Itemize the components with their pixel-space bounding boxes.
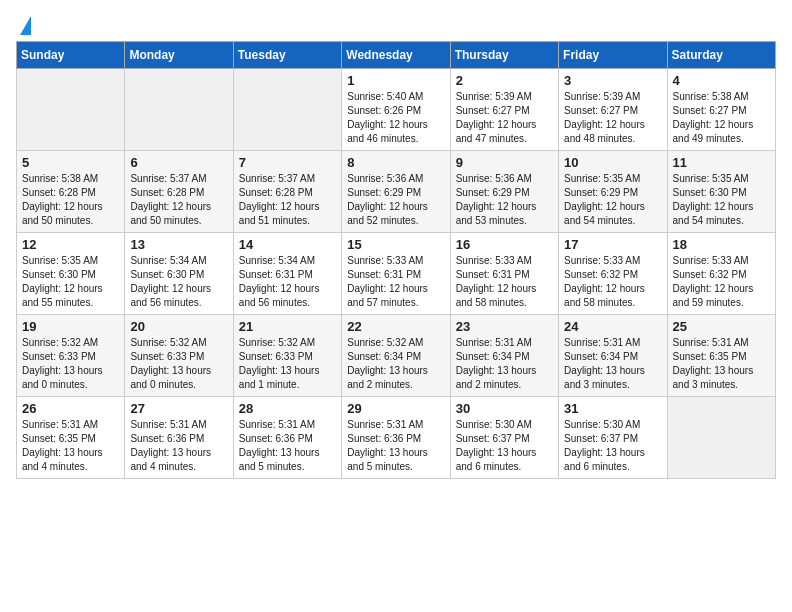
day-number: 18 — [673, 237, 770, 252]
calendar-week-row: 5Sunrise: 5:38 AM Sunset: 6:28 PM Daylig… — [17, 151, 776, 233]
day-info: Sunrise: 5:40 AM Sunset: 6:26 PM Dayligh… — [347, 90, 444, 146]
day-info: Sunrise: 5:34 AM Sunset: 6:30 PM Dayligh… — [130, 254, 227, 310]
calendar-week-row: 12Sunrise: 5:35 AM Sunset: 6:30 PM Dayli… — [17, 233, 776, 315]
calendar-cell: 23Sunrise: 5:31 AM Sunset: 6:34 PM Dayli… — [450, 315, 558, 397]
day-number: 19 — [22, 319, 119, 334]
calendar-cell: 31Sunrise: 5:30 AM Sunset: 6:37 PM Dayli… — [559, 397, 667, 479]
calendar-cell: 30Sunrise: 5:30 AM Sunset: 6:37 PM Dayli… — [450, 397, 558, 479]
calendar-cell — [667, 397, 775, 479]
day-number: 12 — [22, 237, 119, 252]
day-number: 15 — [347, 237, 444, 252]
calendar-cell: 27Sunrise: 5:31 AM Sunset: 6:36 PM Dayli… — [125, 397, 233, 479]
day-info: Sunrise: 5:33 AM Sunset: 6:32 PM Dayligh… — [673, 254, 770, 310]
day-number: 9 — [456, 155, 553, 170]
day-number: 14 — [239, 237, 336, 252]
day-header-sunday: Sunday — [17, 42, 125, 69]
day-number: 22 — [347, 319, 444, 334]
page-header — [16, 16, 776, 31]
calendar-week-row: 26Sunrise: 5:31 AM Sunset: 6:35 PM Dayli… — [17, 397, 776, 479]
calendar-cell: 21Sunrise: 5:32 AM Sunset: 6:33 PM Dayli… — [233, 315, 341, 397]
calendar-week-row: 1Sunrise: 5:40 AM Sunset: 6:26 PM Daylig… — [17, 69, 776, 151]
day-info: Sunrise: 5:39 AM Sunset: 6:27 PM Dayligh… — [564, 90, 661, 146]
day-info: Sunrise: 5:39 AM Sunset: 6:27 PM Dayligh… — [456, 90, 553, 146]
day-number: 24 — [564, 319, 661, 334]
calendar-cell: 9Sunrise: 5:36 AM Sunset: 6:29 PM Daylig… — [450, 151, 558, 233]
day-info: Sunrise: 5:38 AM Sunset: 6:27 PM Dayligh… — [673, 90, 770, 146]
day-header-tuesday: Tuesday — [233, 42, 341, 69]
calendar-cell: 20Sunrise: 5:32 AM Sunset: 6:33 PM Dayli… — [125, 315, 233, 397]
calendar-week-row: 19Sunrise: 5:32 AM Sunset: 6:33 PM Dayli… — [17, 315, 776, 397]
day-header-monday: Monday — [125, 42, 233, 69]
day-number: 30 — [456, 401, 553, 416]
day-info: Sunrise: 5:31 AM Sunset: 6:35 PM Dayligh… — [22, 418, 119, 474]
day-number: 20 — [130, 319, 227, 334]
calendar-cell: 24Sunrise: 5:31 AM Sunset: 6:34 PM Dayli… — [559, 315, 667, 397]
day-header-saturday: Saturday — [667, 42, 775, 69]
calendar-cell: 28Sunrise: 5:31 AM Sunset: 6:36 PM Dayli… — [233, 397, 341, 479]
calendar-cell: 5Sunrise: 5:38 AM Sunset: 6:28 PM Daylig… — [17, 151, 125, 233]
day-number: 21 — [239, 319, 336, 334]
day-number: 25 — [673, 319, 770, 334]
day-info: Sunrise: 5:34 AM Sunset: 6:31 PM Dayligh… — [239, 254, 336, 310]
calendar-cell: 16Sunrise: 5:33 AM Sunset: 6:31 PM Dayli… — [450, 233, 558, 315]
day-number: 7 — [239, 155, 336, 170]
day-header-wednesday: Wednesday — [342, 42, 450, 69]
calendar-cell: 19Sunrise: 5:32 AM Sunset: 6:33 PM Dayli… — [17, 315, 125, 397]
day-number: 4 — [673, 73, 770, 88]
calendar-cell: 2Sunrise: 5:39 AM Sunset: 6:27 PM Daylig… — [450, 69, 558, 151]
day-info: Sunrise: 5:36 AM Sunset: 6:29 PM Dayligh… — [347, 172, 444, 228]
calendar-cell: 3Sunrise: 5:39 AM Sunset: 6:27 PM Daylig… — [559, 69, 667, 151]
day-info: Sunrise: 5:35 AM Sunset: 6:30 PM Dayligh… — [673, 172, 770, 228]
calendar-cell — [233, 69, 341, 151]
day-info: Sunrise: 5:35 AM Sunset: 6:30 PM Dayligh… — [22, 254, 119, 310]
day-info: Sunrise: 5:31 AM Sunset: 6:35 PM Dayligh… — [673, 336, 770, 392]
day-number: 10 — [564, 155, 661, 170]
day-number: 26 — [22, 401, 119, 416]
calendar-cell: 10Sunrise: 5:35 AM Sunset: 6:29 PM Dayli… — [559, 151, 667, 233]
day-number: 6 — [130, 155, 227, 170]
day-number: 11 — [673, 155, 770, 170]
day-number: 29 — [347, 401, 444, 416]
calendar-cell — [17, 69, 125, 151]
day-info: Sunrise: 5:31 AM Sunset: 6:36 PM Dayligh… — [130, 418, 227, 474]
day-number: 1 — [347, 73, 444, 88]
calendar-cell: 26Sunrise: 5:31 AM Sunset: 6:35 PM Dayli… — [17, 397, 125, 479]
day-info: Sunrise: 5:32 AM Sunset: 6:33 PM Dayligh… — [239, 336, 336, 392]
day-info: Sunrise: 5:36 AM Sunset: 6:29 PM Dayligh… — [456, 172, 553, 228]
day-info: Sunrise: 5:33 AM Sunset: 6:32 PM Dayligh… — [564, 254, 661, 310]
day-number: 2 — [456, 73, 553, 88]
calendar-cell: 1Sunrise: 5:40 AM Sunset: 6:26 PM Daylig… — [342, 69, 450, 151]
day-number: 23 — [456, 319, 553, 334]
day-number: 13 — [130, 237, 227, 252]
calendar-cell: 4Sunrise: 5:38 AM Sunset: 6:27 PM Daylig… — [667, 69, 775, 151]
calendar-cell: 12Sunrise: 5:35 AM Sunset: 6:30 PM Dayli… — [17, 233, 125, 315]
calendar-cell: 14Sunrise: 5:34 AM Sunset: 6:31 PM Dayli… — [233, 233, 341, 315]
day-info: Sunrise: 5:33 AM Sunset: 6:31 PM Dayligh… — [456, 254, 553, 310]
day-info: Sunrise: 5:38 AM Sunset: 6:28 PM Dayligh… — [22, 172, 119, 228]
calendar-cell — [125, 69, 233, 151]
calendar-cell: 7Sunrise: 5:37 AM Sunset: 6:28 PM Daylig… — [233, 151, 341, 233]
day-info: Sunrise: 5:37 AM Sunset: 6:28 PM Dayligh… — [130, 172, 227, 228]
calendar-cell: 8Sunrise: 5:36 AM Sunset: 6:29 PM Daylig… — [342, 151, 450, 233]
calendar-table: SundayMondayTuesdayWednesdayThursdayFrid… — [16, 41, 776, 479]
day-number: 17 — [564, 237, 661, 252]
day-header-friday: Friday — [559, 42, 667, 69]
day-info: Sunrise: 5:31 AM Sunset: 6:36 PM Dayligh… — [347, 418, 444, 474]
day-number: 5 — [22, 155, 119, 170]
day-info: Sunrise: 5:30 AM Sunset: 6:37 PM Dayligh… — [456, 418, 553, 474]
day-number: 31 — [564, 401, 661, 416]
calendar-cell: 29Sunrise: 5:31 AM Sunset: 6:36 PM Dayli… — [342, 397, 450, 479]
day-info: Sunrise: 5:32 AM Sunset: 6:33 PM Dayligh… — [22, 336, 119, 392]
day-number: 8 — [347, 155, 444, 170]
day-info: Sunrise: 5:32 AM Sunset: 6:33 PM Dayligh… — [130, 336, 227, 392]
day-info: Sunrise: 5:31 AM Sunset: 6:34 PM Dayligh… — [456, 336, 553, 392]
calendar-cell: 18Sunrise: 5:33 AM Sunset: 6:32 PM Dayli… — [667, 233, 775, 315]
day-info: Sunrise: 5:37 AM Sunset: 6:28 PM Dayligh… — [239, 172, 336, 228]
day-info: Sunrise: 5:35 AM Sunset: 6:29 PM Dayligh… — [564, 172, 661, 228]
logo — [16, 16, 31, 31]
day-number: 28 — [239, 401, 336, 416]
day-info: Sunrise: 5:31 AM Sunset: 6:34 PM Dayligh… — [564, 336, 661, 392]
day-number: 27 — [130, 401, 227, 416]
day-info: Sunrise: 5:33 AM Sunset: 6:31 PM Dayligh… — [347, 254, 444, 310]
calendar-cell: 22Sunrise: 5:32 AM Sunset: 6:34 PM Dayli… — [342, 315, 450, 397]
